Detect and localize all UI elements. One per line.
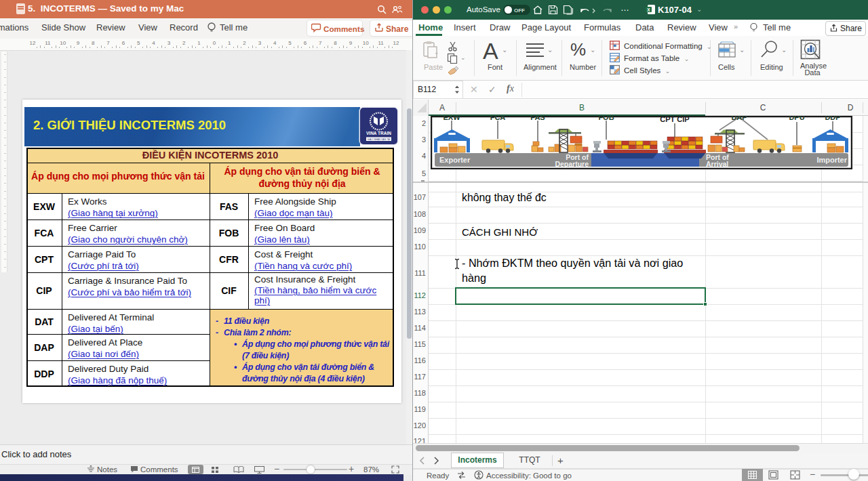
svg-text:FOB: FOB (598, 116, 614, 121)
svg-text:Arrival: Arrival (706, 160, 728, 168)
svg-text:FAS: FAS (530, 116, 545, 121)
svg-text:Departure: Departure (555, 160, 589, 168)
svg-text:CPT CIP: CPT CIP (660, 116, 689, 123)
svg-text:FCA: FCA (490, 116, 506, 121)
svg-text:DAP: DAP (731, 116, 747, 121)
svg-text:GIAO NHẬN VẬN TẢI: GIAO NHẬN VẬN TẢI (367, 138, 390, 141)
svg-text:DDP: DDP (825, 116, 840, 121)
svg-text:VINA TRAIN: VINA TRAIN (366, 131, 391, 135)
svg-text:EXW: EXW (443, 116, 460, 121)
svg-text:X: X (647, 7, 650, 12)
svg-text:Importer: Importer (816, 156, 847, 164)
svg-text:DPU: DPU (789, 116, 804, 121)
svg-text:Exporter: Exporter (439, 156, 471, 164)
